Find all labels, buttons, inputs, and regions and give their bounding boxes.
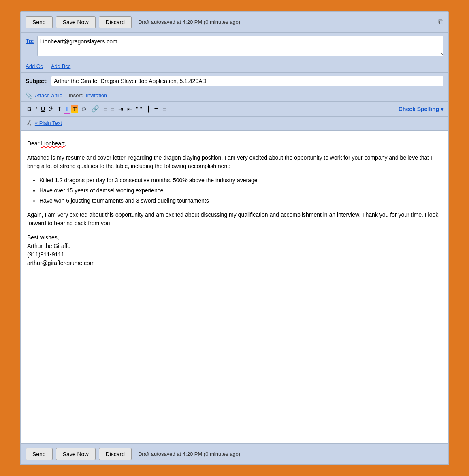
text-color-button[interactable]: T <box>64 104 70 114</box>
to-section: To: <box>21 33 448 60</box>
bullet-item-1: Killed 1.2 dragons per day for 3 consecu… <box>39 176 442 185</box>
paperclip-icon: 📎 <box>26 92 32 99</box>
subject-input[interactable] <box>51 76 443 86</box>
invitation-link[interactable]: Invitation <box>86 92 107 98</box>
save-now-button-top[interactable]: Save Now <box>56 16 96 28</box>
indent-button[interactable]: ⇥ <box>117 105 125 113</box>
email-body[interactable]: Dear Lionheart, Attached is my resume an… <box>21 131 448 443</box>
recipient-name: Lionheart <box>41 140 64 147</box>
outdent-button[interactable]: ⇤ <box>126 105 134 113</box>
bottom-toolbar: Send Save Now Discard Draft autosaved at… <box>21 443 448 464</box>
bullet-item-2: Have over 15 years of damsel wooing expe… <box>39 186 442 195</box>
italic-button[interactable]: I <box>34 105 38 113</box>
text-highlight-button[interactable]: T <box>71 105 78 113</box>
bold-button[interactable]: B <box>26 105 33 113</box>
bullet-list: Killed 1.2 dragons per day for 3 consecu… <box>39 176 442 205</box>
bullet-item-3: Have won 6 jousting tournaments and 3 sw… <box>39 196 442 205</box>
font-button[interactable]: ℱ <box>47 105 55 113</box>
align-center-button[interactable]: ≣ <box>152 105 160 113</box>
to-label: To: <box>26 36 34 44</box>
greeting: Dear Lionheart, <box>27 139 442 148</box>
cc-separator: | <box>46 63 47 69</box>
blockquote-button[interactable]: " " <box>134 105 144 113</box>
add-cc-link[interactable]: Add Cc <box>26 63 43 69</box>
discard-button-top[interactable]: Discard <box>99 16 132 28</box>
body-paragraph1: Attached is my resume and cover letter, … <box>27 154 442 171</box>
save-now-button-bottom[interactable]: Save Now <box>56 448 96 460</box>
add-bcc-link[interactable]: Add Bcc <box>51 63 70 69</box>
body-paragraph2: Again, I am very excited about this oppo… <box>27 211 442 228</box>
strikethrough-button[interactable]: T <box>56 105 63 113</box>
subject-label: Subject: <box>26 78 48 84</box>
email-compose-window: Send Save Now Discard Draft autosaved at… <box>20 11 449 465</box>
top-toolbar: Send Save Now Discard Draft autosaved at… <box>21 12 448 33</box>
autosave-status-top: Draft autosaved at 4:20 PM (0 minutes ag… <box>138 19 240 25</box>
send-button-top[interactable]: Send <box>26 16 53 28</box>
ordered-list-button[interactable]: ≡ <box>102 105 108 113</box>
attach-file-link[interactable]: Attach a file <box>35 92 62 98</box>
cc-bcc-section: Add Cc | Add Bcc <box>21 60 448 73</box>
to-input[interactable] <box>37 36 443 56</box>
format-toolbar-row2: 𝐼× « Plain Text <box>21 117 448 131</box>
insert-label: Insert: <box>69 92 83 98</box>
format-toolbar: B I U ℱ T T T ☺ 🔗 ≡ ≡ ⇥ ⇤ " " ┃ ≣ ≡ Chec… <box>21 102 448 117</box>
check-spelling-button[interactable]: Check Spelling ▾ <box>399 106 443 112</box>
link-button[interactable]: 🔗 <box>90 104 101 113</box>
closing: Best wishes, Arthur the Giraffe (911)911… <box>27 233 442 267</box>
plain-text-link[interactable]: « Plain Text <box>35 120 62 126</box>
underline-button[interactable]: U <box>39 105 47 113</box>
align-right-button[interactable]: ≡ <box>161 105 168 113</box>
autosave-status-bottom: Draft autosaved at 4:20 PM (0 minutes ag… <box>138 451 240 457</box>
expand-icon[interactable]: ⧉ <box>438 18 443 26</box>
unordered-list-button[interactable]: ≡ <box>109 105 116 113</box>
send-button-bottom[interactable]: Send <box>26 448 53 460</box>
emoji-button[interactable]: ☺ <box>79 105 89 113</box>
discard-button-bottom[interactable]: Discard <box>99 448 132 460</box>
align-left-button[interactable]: ┃ <box>145 105 151 113</box>
subject-section: Subject: <box>21 73 448 90</box>
remove-format-button[interactable]: 𝐼× <box>26 118 33 128</box>
attach-section: 📎 Attach a file Insert: Invitation <box>21 90 448 102</box>
